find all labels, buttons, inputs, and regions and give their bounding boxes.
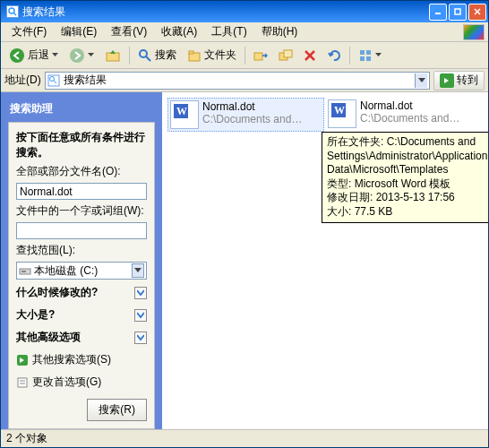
search-icon	[138, 48, 152, 63]
app-icon	[6, 5, 19, 18]
menu-edit[interactable]: 编辑(E)	[54, 22, 104, 41]
svg-rect-26	[21, 271, 26, 272]
address-dropdown-icon[interactable]	[415, 73, 427, 88]
svg-point-7	[70, 48, 84, 63]
word-doc-icon	[170, 100, 199, 129]
up-button[interactable]	[100, 45, 125, 66]
lookin-label: 查找范围(L):	[16, 243, 147, 258]
address-icon	[47, 74, 60, 87]
back-button[interactable]: 后退	[4, 45, 63, 66]
other-search-link[interactable]: 其他搜索选项(S)	[16, 350, 147, 369]
file-item[interactable]: Normal.dot C:\Documents and…	[167, 98, 324, 132]
file-name: Normal.dot	[202, 100, 302, 113]
lookin-select[interactable]: 本地磁盘 (C:)	[16, 262, 147, 280]
addressbar: 地址(D) 搜索结果 转到	[1, 69, 488, 92]
views-button[interactable]	[354, 45, 386, 66]
filename-input[interactable]	[16, 183, 147, 200]
separator	[244, 47, 245, 65]
dropdown-icon	[375, 52, 382, 58]
separator	[129, 47, 130, 65]
delete-icon	[304, 49, 316, 62]
file-item[interactable]: Normal.dot C:\Documents and…	[326, 98, 483, 132]
address-combo[interactable]: 搜索结果	[45, 72, 430, 90]
dropdown-icon	[52, 52, 58, 58]
svg-rect-15	[284, 50, 292, 57]
menu-tools[interactable]: 工具(T)	[204, 22, 253, 41]
search-panel: 按下面任意或所有条件进行搜索。 全部或部分文件名(O): 文件中的一个字或词组(…	[8, 122, 155, 429]
folders-button[interactable]: 文件夹	[183, 45, 241, 66]
sidebar-header: 搜索助理	[8, 99, 155, 122]
forward-icon	[69, 47, 85, 64]
change-prefs-link[interactable]: 更改首选项(G)	[16, 373, 147, 392]
when-modified-expander[interactable]: 什么时候修改的?	[16, 283, 147, 302]
file-name: Normal.dot	[360, 99, 459, 112]
preferences-icon	[16, 376, 29, 389]
move-to-button[interactable]	[249, 45, 272, 66]
menu-view[interactable]: 查看(V)	[104, 22, 154, 41]
back-icon	[9, 47, 25, 64]
status-text: 2 个对象	[6, 431, 47, 446]
move-icon	[253, 48, 268, 63]
svg-rect-8	[107, 53, 119, 61]
svg-rect-28	[18, 378, 27, 387]
search-sidebar: 搜索助理 按下面任意或所有条件进行搜索。 全部或部分文件名(O): 文件中的一个…	[1, 92, 162, 429]
search-button[interactable]: 搜索(R)	[87, 399, 147, 421]
what-size-expander[interactable]: 大小是?	[16, 306, 147, 324]
svg-rect-19	[366, 50, 371, 55]
copy-icon	[279, 48, 293, 63]
undo-button[interactable]	[322, 45, 346, 66]
svg-rect-12	[189, 51, 193, 54]
go-button[interactable]: 转到	[433, 71, 485, 90]
close-button[interactable]	[468, 4, 486, 21]
file-list: Normal.dot C:\Documents and… Normal.dot …	[162, 92, 488, 137]
dropdown-icon	[88, 52, 94, 58]
content-input[interactable]	[16, 222, 147, 239]
windows-logo-icon	[463, 24, 485, 40]
drive-icon	[19, 264, 31, 277]
content-label: 文件中的一个字或词组(W):	[16, 203, 147, 219]
chevron-down-icon	[134, 332, 147, 344]
chevron-down-icon	[134, 287, 147, 299]
content: 搜索助理 按下面任意或所有条件进行搜索。 全部或部分文件名(O): 文件中的一个…	[1, 92, 488, 429]
menu-file[interactable]: 文件(F)	[4, 22, 54, 41]
folders-icon	[187, 48, 202, 63]
svg-line-10	[146, 56, 150, 61]
results-pane[interactable]: Normal.dot C:\Documents and… Normal.dot …	[162, 92, 488, 429]
go-arrow-icon	[440, 73, 454, 88]
window-title: 搜索结果	[22, 4, 65, 20]
word-doc-icon	[328, 99, 356, 128]
svg-rect-20	[360, 56, 365, 61]
search-prompt: 按下面任意或所有条件进行搜索。	[16, 130, 147, 160]
titlebar[interactable]: 搜索结果	[1, 1, 488, 22]
svg-line-1	[13, 13, 16, 15]
dropdown-icon	[132, 263, 144, 278]
copy-to-button[interactable]	[274, 45, 297, 66]
maximize-button[interactable]	[449, 4, 467, 21]
file-path: C:\Documents and…	[360, 112, 459, 125]
more-options-expander[interactable]: 其他高级选项	[16, 328, 147, 347]
arrow-right-icon	[16, 354, 29, 366]
svg-rect-3	[455, 9, 460, 14]
separator	[349, 47, 350, 65]
search-button[interactable]: 搜索	[133, 45, 181, 66]
undo-icon	[327, 48, 341, 63]
svg-rect-13	[254, 53, 262, 60]
svg-rect-21	[366, 56, 371, 61]
minimize-button[interactable]	[429, 4, 447, 21]
svg-point-9	[140, 50, 147, 57]
menubar: 文件(F) 编辑(E) 查看(V) 收藏(A) 工具(T) 帮助(H)	[1, 22, 488, 42]
address-label: 地址(D)	[4, 73, 41, 88]
menu-help[interactable]: 帮助(H)	[254, 22, 305, 41]
menu-favorites[interactable]: 收藏(A)	[154, 22, 204, 41]
forward-button[interactable]	[64, 45, 99, 66]
tooltip: 所在文件夹: C:\Documents and Settings\Adminis…	[322, 132, 488, 223]
folder-up-icon	[105, 47, 121, 64]
views-icon	[358, 48, 373, 63]
delete-button[interactable]	[299, 45, 321, 66]
window: 搜索结果 文件(F) 编辑(E) 查看(V) 收藏(A) 工具(T) 帮助(H)…	[0, 0, 489, 448]
svg-rect-18	[360, 50, 365, 55]
chevron-down-icon	[134, 309, 147, 322]
address-value: 搜索结果	[64, 73, 415, 88]
file-path: C:\Documents and…	[202, 113, 302, 125]
filename-label: 全部或部分文件名(O):	[16, 164, 147, 179]
